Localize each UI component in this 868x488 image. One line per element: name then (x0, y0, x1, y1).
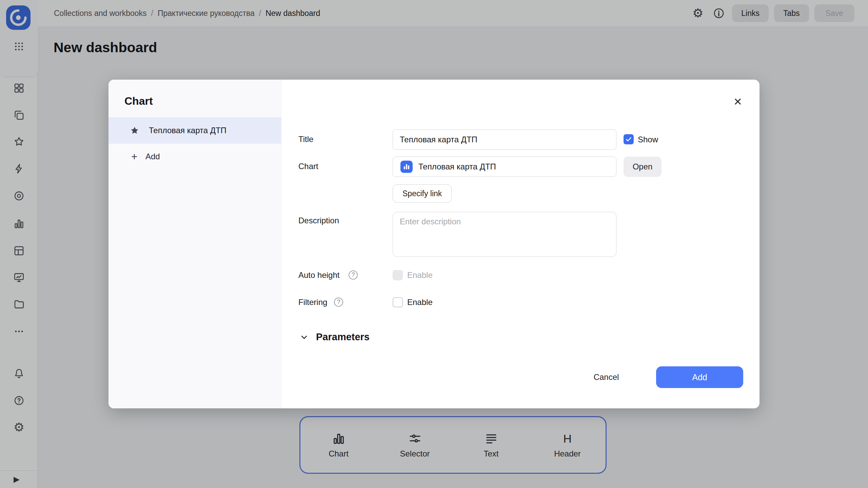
description-label: Description (298, 216, 339, 225)
show-checkbox-label: Show (638, 135, 658, 144)
auto-height-label: Auto height (298, 270, 339, 280)
add-button[interactable]: Add (656, 366, 743, 388)
question-mark-glyph: ? (337, 299, 340, 306)
chart-dialog: Chart Тепловая карта ДТП + Add ✕ Title S… (108, 80, 760, 408)
show-checkbox[interactable] (624, 134, 634, 144)
filtering-checkbox[interactable] (393, 297, 403, 307)
title-input[interactable] (393, 129, 616, 150)
specify-link-button[interactable]: Specify link (393, 184, 452, 203)
auto-height-checkbox[interactable] (393, 270, 403, 280)
filtering-help-icon[interactable]: ? (334, 298, 343, 307)
parameters-toggle[interactable]: Parameters (299, 331, 370, 343)
chart-type-icon (400, 161, 413, 173)
chart-list-item-label: Тепловая карта ДТП (149, 126, 226, 135)
plus-icon: + (129, 151, 140, 162)
star-filled-icon (130, 125, 140, 136)
chart-label: Chart (298, 162, 318, 171)
filtering-enable-label: Enable (407, 298, 433, 307)
close-icon: ✕ (733, 97, 742, 107)
chart-select-field[interactable]: Тепловая карта ДТП (393, 157, 616, 177)
dialog-side-panel: Chart Тепловая карта ДТП + Add (108, 80, 281, 408)
auto-height-help-icon[interactable]: ? (349, 270, 358, 280)
chart-label-text: Chart (298, 162, 318, 171)
question-mark-glyph: ? (351, 271, 355, 279)
filtering-label-text: Filtering (298, 298, 327, 307)
title-label: Title (298, 135, 313, 144)
description-label-text: Description (298, 216, 339, 225)
chart-list-item[interactable]: Тепловая карта ДТП (108, 117, 281, 144)
chevron-down-icon (299, 332, 309, 342)
cancel-button[interactable]: Cancel (586, 366, 627, 388)
description-textarea[interactable] (393, 212, 616, 257)
title-label-text: Title (298, 135, 313, 144)
check-icon (625, 135, 633, 143)
auto-height-label-text: Auto height (298, 270, 339, 280)
open-button[interactable]: Open (624, 157, 662, 177)
auto-height-enable-label: Enable (407, 270, 433, 280)
add-chart-item-label: Add (145, 152, 160, 161)
dialog-title: Chart (124, 95, 153, 107)
filtering-label: Filtering (298, 298, 327, 307)
add-chart-item-button[interactable]: + Add (108, 146, 281, 167)
chart-field-value: Тепловая карта ДТП (418, 162, 496, 171)
close-button[interactable]: ✕ (729, 93, 746, 110)
parameters-label: Parameters (316, 331, 370, 343)
